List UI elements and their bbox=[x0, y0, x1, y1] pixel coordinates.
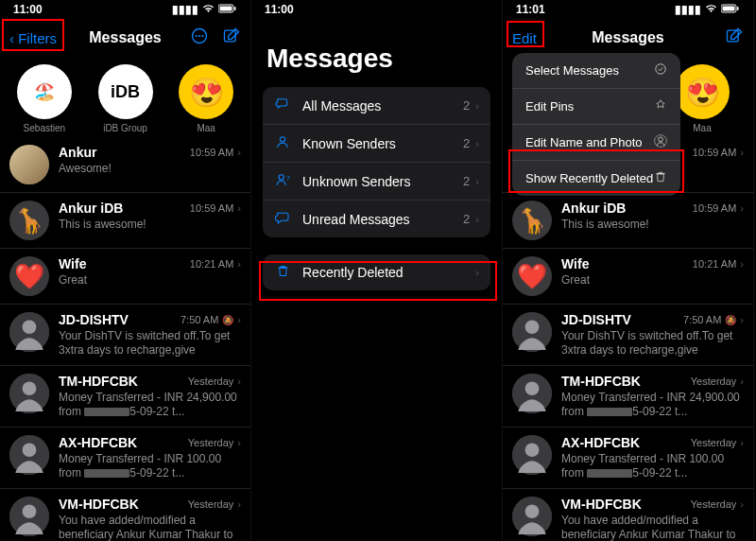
menu-item[interactable]: Edit Name and Photo bbox=[512, 125, 680, 161]
avatar bbox=[512, 497, 552, 536]
contact-name: Ankur bbox=[59, 145, 96, 160]
contact-name: AX-HDFCBK bbox=[561, 435, 640, 450]
timestamp: 10:59 AM › bbox=[190, 202, 241, 214]
status-bar: 11:01 ▮▮▮▮ bbox=[503, 0, 753, 19]
nav-bar: ‹ Filters Messages bbox=[0, 19, 250, 57]
chevron-right-icon: › bbox=[475, 176, 479, 187]
conversation-row[interactable]: ❤️ Wife 10:21 AM › Great bbox=[0, 249, 250, 305]
conversation-row[interactable]: TM-HDFCBK Yesterday › Money Transferred … bbox=[0, 366, 250, 428]
filter-label: Known Senders bbox=[302, 136, 452, 151]
avatar: ❤️ bbox=[512, 256, 552, 296]
svg-point-33 bbox=[525, 443, 540, 457]
svg-point-35 bbox=[525, 504, 540, 518]
conversation-row[interactable]: JD-DISHTV 7:50 AM 🔕› Your DishTV is swit… bbox=[503, 305, 753, 366]
timestamp: Yesterday › bbox=[188, 437, 241, 448]
pinned-label: iDB Group bbox=[103, 123, 147, 133]
menu-item[interactable]: Show Recently Deleted bbox=[512, 161, 680, 196]
conversation-row[interactable]: 🦒 Ankur iDB 10:59 AM › This is awesome! bbox=[503, 193, 753, 249]
svg-point-19 bbox=[279, 175, 284, 180]
message-preview: You have added/modified a beneficiary An… bbox=[59, 514, 241, 541]
conversation-row[interactable]: TM-HDFCBK Yesterday › Money Transferred … bbox=[503, 366, 753, 428]
filter-row[interactable]: All Messages 2 › bbox=[263, 87, 490, 125]
pinned-label: Sebastien bbox=[24, 123, 65, 133]
compose-button[interactable] bbox=[222, 26, 241, 49]
conversation-row[interactable]: 🦒 Ankur iDB 10:59 AM › This is awesome! bbox=[0, 193, 250, 249]
conversation-list[interactable]: Ankur 10:59 AM › Awesome! 🦒 Ankur iDB 10… bbox=[0, 137, 250, 541]
timestamp: 7:50 AM 🔕› bbox=[683, 314, 744, 325]
pinned-label: Maa bbox=[197, 123, 215, 133]
avatar: ❤️ bbox=[9, 256, 49, 296]
svg-point-26 bbox=[659, 137, 663, 142]
contact-name: VM-HDFCBK bbox=[561, 497, 642, 512]
svg-point-13 bbox=[23, 443, 37, 457]
clock: 11:00 bbox=[265, 3, 294, 16]
chevron-right-icon: › bbox=[740, 202, 744, 214]
conversation-row[interactable]: VM-HDFCBK Yesterday › You have added/mod… bbox=[503, 489, 753, 541]
back-button[interactable]: ‹ Filters bbox=[9, 30, 57, 46]
avatar: 🏖️ bbox=[17, 64, 72, 119]
chevron-right-icon: › bbox=[237, 258, 241, 270]
svg-point-25 bbox=[656, 64, 666, 75]
avatar: 😍 bbox=[675, 64, 730, 119]
message-preview: Great bbox=[59, 273, 241, 288]
contact-name: Ankur iDB bbox=[561, 201, 626, 216]
page-title: Messages bbox=[592, 29, 664, 46]
message-preview: This is awesome! bbox=[561, 218, 744, 232]
timestamp: Yesterday › bbox=[691, 437, 744, 448]
avatar bbox=[512, 312, 552, 352]
message-preview: Your DishTV is switched off.To get 3xtra… bbox=[59, 329, 241, 358]
avatar bbox=[9, 435, 49, 475]
svg-point-9 bbox=[23, 320, 37, 334]
menu-label: Show Recently Deleted bbox=[525, 171, 653, 185]
pinned-contact[interactable]: 🏖️ Sebastien bbox=[8, 64, 81, 133]
chevron-right-icon: › bbox=[475, 138, 479, 149]
timestamp: 10:59 AM › bbox=[693, 147, 744, 158]
status-icons: ▮▮▮▮ bbox=[675, 3, 740, 16]
signal-icon: ▮▮▮▮ bbox=[172, 3, 198, 16]
chevron-right-icon: › bbox=[475, 214, 479, 225]
message-preview: Great bbox=[561, 273, 744, 288]
edit-button[interactable]: Edit bbox=[512, 30, 537, 46]
conversation-row[interactable]: JD-DISHTV 7:50 AM 🔕› Your DishTV is swit… bbox=[0, 305, 250, 366]
conversation-row[interactable]: AX-HDFCBK Yesterday › Money Transferred … bbox=[0, 428, 250, 489]
filter-count: 2 › bbox=[463, 174, 479, 188]
menu-item[interactable]: Edit Pins bbox=[512, 89, 680, 125]
contact-name: AX-HDFCBK bbox=[59, 435, 137, 450]
contact-name: JD-DISHTV bbox=[59, 312, 129, 327]
contact-name: JD-DISHTV bbox=[561, 312, 631, 327]
filter-recently-deleted[interactable]: Recently Deleted › bbox=[263, 254, 490, 290]
conversation-row[interactable]: VM-HDFCBK Yesterday › You have added/mod… bbox=[0, 489, 250, 541]
wifi-icon bbox=[202, 3, 215, 16]
svg-point-5 bbox=[198, 35, 200, 37]
conversation-list[interactable]: Ankur 10:59 AM › Awesome! 🦒 Ankur iDB 10… bbox=[503, 137, 753, 541]
timestamp: 10:59 AM › bbox=[190, 147, 241, 158]
message-preview: Money Transferred - INR 100.00 from 5-09… bbox=[561, 452, 744, 480]
status-icons: ▮▮▮▮ bbox=[172, 3, 237, 16]
pinned-contact[interactable]: 😍 Maa bbox=[169, 64, 243, 133]
filter-row[interactable]: Known Senders 2 › bbox=[263, 125, 490, 163]
contact-name: VM-HDFCBK bbox=[59, 497, 139, 512]
status-bar: 11:00 ▮▮▮▮ bbox=[0, 0, 250, 19]
timestamp: Yesterday › bbox=[188, 498, 241, 510]
svg-point-4 bbox=[196, 35, 198, 37]
compose-button[interactable] bbox=[725, 26, 744, 49]
nav-bar: Edit Messages bbox=[503, 19, 753, 57]
more-button[interactable] bbox=[190, 26, 209, 49]
filter-row[interactable]: ? Unknown Senders 2 › bbox=[263, 163, 490, 201]
clock: 11:00 bbox=[13, 3, 43, 16]
conversation-row[interactable]: ❤️ Wife 10:21 AM › Great bbox=[503, 249, 753, 305]
message-preview: This is awesome! bbox=[59, 218, 241, 232]
pinned-contact[interactable]: iDB iDB Group bbox=[89, 64, 163, 133]
conversation-row[interactable]: Ankur 10:59 AM › Awesome! bbox=[0, 137, 250, 193]
check-icon bbox=[654, 62, 667, 79]
filter-row[interactable]: Unread Messages 2 › bbox=[263, 201, 490, 237]
signal-icon: ▮▮▮▮ bbox=[675, 3, 701, 16]
chevron-right-icon: › bbox=[740, 498, 744, 510]
conversation-row[interactable]: AX-HDFCBK Yesterday › Money Transferred … bbox=[503, 428, 753, 489]
avatar bbox=[512, 374, 552, 413]
timestamp: 7:50 AM 🔕› bbox=[180, 314, 241, 325]
status-bar: 11:00 bbox=[251, 0, 502, 19]
menu-item[interactable]: Select Messages bbox=[512, 53, 680, 89]
contact-name: Wife bbox=[561, 256, 589, 271]
page-title: Messages bbox=[89, 29, 162, 46]
